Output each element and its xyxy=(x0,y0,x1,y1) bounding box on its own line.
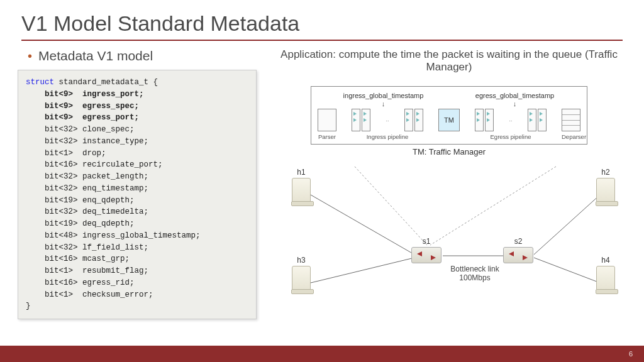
topology-links xyxy=(272,160,626,305)
stage-ingress-pipeline-cont xyxy=(404,109,423,131)
switch-s1: s1 xyxy=(411,247,441,263)
svg-line-1 xyxy=(311,258,414,283)
ingress-timestamp-label: ingress_global_timestamp xyxy=(333,92,434,99)
server-icon xyxy=(292,266,311,291)
svg-line-0 xyxy=(311,195,414,255)
stage-egress-pipeline-cont xyxy=(528,109,547,131)
slide-footer: 6 xyxy=(0,346,644,362)
server-icon xyxy=(596,266,615,291)
server-icon xyxy=(596,178,615,203)
host-h1: h1 xyxy=(292,178,311,203)
host-h4: h4 xyxy=(596,266,615,291)
page-number: 6 xyxy=(629,350,633,358)
switch-icon xyxy=(503,247,533,263)
egress-timestamp-label: egress_global_timestamp xyxy=(465,92,565,99)
svg-line-3 xyxy=(534,195,600,255)
stage-traffic-manager: TM xyxy=(438,109,460,131)
switch-icon xyxy=(411,247,441,263)
stage-egress-pipeline xyxy=(475,109,494,131)
host-h2: h2 xyxy=(596,178,615,203)
slide-title: V1 Model Standard Metadata xyxy=(0,0,644,40)
ellipsis-icon: .. xyxy=(386,116,389,123)
server-icon xyxy=(292,178,311,203)
label-egress: Egress pipeline xyxy=(480,133,541,140)
label-parser: Parser xyxy=(318,133,336,140)
bullet-dot-icon: • xyxy=(28,50,32,62)
bullet-text: Metadata V1 model xyxy=(38,48,153,63)
stage-ingress-pipeline xyxy=(352,109,370,131)
switch-s2: s2 xyxy=(503,247,533,263)
svg-line-4 xyxy=(534,258,600,283)
tm-caption: TM: Traffic Manager xyxy=(272,147,626,156)
network-topology: h1 h2 h3 h4 s1 s2 Bottleneck link 100Mbp… xyxy=(272,160,626,305)
bullet-item: • Metadata V1 model xyxy=(28,48,257,63)
host-h3: h3 xyxy=(292,266,311,291)
bottleneck-label: Bottleneck link 100Mbps xyxy=(447,265,503,282)
stage-deparser xyxy=(562,109,580,131)
down-arrow-icon: ↓ xyxy=(465,101,565,107)
svg-line-6 xyxy=(430,167,556,245)
svg-line-5 xyxy=(355,167,427,245)
application-description: Application: compute the time the packet… xyxy=(272,48,626,80)
stage-parser xyxy=(318,109,336,131)
label-ingress: Ingress pipeline xyxy=(357,133,418,140)
ellipsis-icon: .. xyxy=(509,116,512,123)
pipeline-diagram: ingress_global_timestamp egress_global_t… xyxy=(311,86,587,145)
code-struct-block: struct standard_metadata_t { bit<9> ingr… xyxy=(18,70,257,319)
label-deparser: Deparser xyxy=(562,133,580,140)
down-arrow-icon: ↓ xyxy=(333,101,434,107)
